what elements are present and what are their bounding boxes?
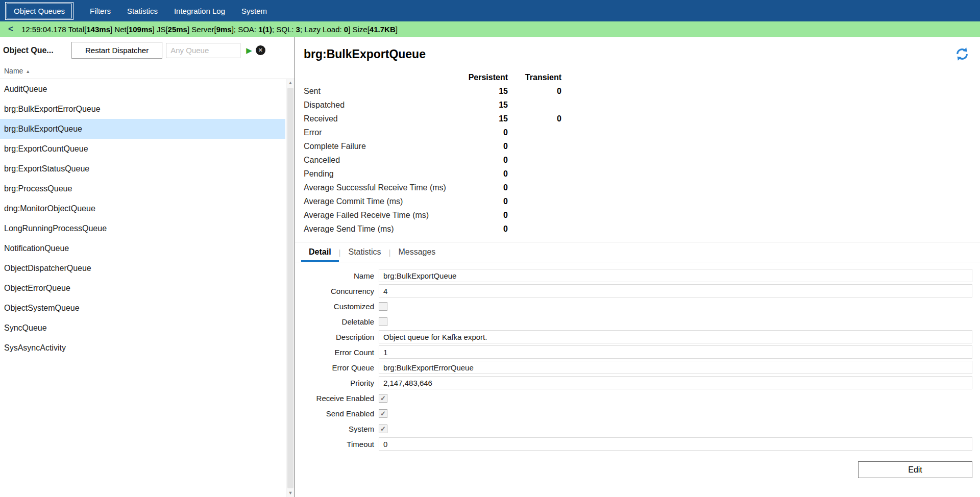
priority-field[interactable] [379, 376, 972, 389]
nav-tab-system[interactable]: System [236, 3, 273, 19]
nav-tab-object-queues[interactable]: Object Queues [5, 2, 74, 20]
status-part: 0 [344, 25, 348, 34]
customized-checkbox[interactable] [379, 302, 387, 311]
detail-tabs: Detail | Statistics | Messages [295, 242, 980, 262]
nav-tab-label: Object Queues [7, 4, 72, 18]
field-label: Concurrency [304, 287, 379, 295]
name-field[interactable] [379, 269, 972, 282]
form-row-receive-enabled: Receive Enabled [304, 390, 980, 406]
table-row: Average Failed Receive Time (ms) 0 [304, 208, 980, 222]
nav-tab-statistics[interactable]: Statistics [121, 3, 163, 19]
refresh-icon[interactable] [954, 46, 970, 64]
list-item[interactable]: brg:ExportCountQueue [0, 139, 285, 159]
form-row-customized: Customized [304, 299, 980, 314]
send-enabled-checkbox[interactable] [379, 409, 387, 418]
queue-search-input[interactable] [166, 43, 240, 58]
form-row-description: Description [304, 329, 980, 344]
list-item[interactable]: LongRunningProcessQueue [0, 218, 285, 238]
list-item[interactable]: brg:ExportStatusQueue [0, 159, 285, 179]
table-row: Complete Failure 0 [304, 139, 980, 153]
form-row-concurrency: Concurrency [304, 283, 980, 299]
back-chevron-icon[interactable]: < [4, 24, 21, 34]
form-row-name: Name [304, 268, 980, 283]
main-area: Object Que... Restart Dispatcher ▶ ✕ Nam… [0, 37, 980, 497]
list-item[interactable]: dng:MonitorObjectQueue [0, 198, 285, 218]
restart-dispatcher-button[interactable]: Restart Dispatcher [71, 42, 162, 59]
table-row: Average Send Time (ms) 0 [304, 222, 980, 236]
status-part: ; SQL: [272, 25, 296, 34]
list-item[interactable]: brg:BulkExportErrorQueue [0, 99, 285, 119]
form-row-send-enabled: Send Enabled [304, 406, 980, 421]
queue-stats-table: Persistent Transient Sent 15 0 Dispatche… [304, 70, 980, 236]
list-item[interactable]: SyncQueue [0, 318, 285, 338]
error-count-field[interactable] [379, 345, 972, 359]
column-header-label: Name [4, 67, 23, 75]
form-row-error-queue: Error Queue [304, 360, 980, 375]
scroll-down-icon[interactable]: ▼ [288, 491, 293, 495]
field-label: Receive Enabled [304, 394, 379, 403]
status-part: 12:59:04.178 Total[ [21, 25, 86, 34]
page-title: brg:BulkExportQueue [304, 47, 426, 61]
description-field[interactable] [379, 330, 972, 343]
tab-statistics[interactable]: Statistics [340, 242, 388, 262]
col-transient: Transient [508, 70, 561, 84]
nav-tab-integration-log[interactable]: Integration Log [168, 3, 231, 19]
app-window: Object Queues Filters Statistics Integra… [0, 0, 980, 497]
status-part: ] JS[ [153, 25, 168, 34]
deletable-checkbox[interactable] [379, 317, 387, 326]
table-row: Average Successful Receive Time (ms) 0 [304, 181, 980, 194]
table-row: Sent 15 0 [304, 84, 980, 98]
table-row: Error 0 [304, 126, 980, 139]
nav-tab-filters[interactable]: Filters [84, 3, 116, 19]
list-item[interactable]: NotificationQueue [0, 238, 285, 258]
system-checkbox[interactable] [379, 425, 387, 433]
field-label: Send Enabled [304, 409, 379, 418]
receive-enabled-checkbox[interactable] [379, 394, 387, 403]
status-part: ] [396, 25, 398, 34]
field-label: Error Queue [304, 363, 379, 372]
scrollbar-thumb[interactable] [287, 88, 293, 488]
list-item[interactable]: brg:ProcessQueue [0, 179, 285, 198]
column-header-name[interactable]: Name▲ [0, 62, 295, 79]
top-nav: Object Queues Filters Statistics Integra… [0, 0, 980, 21]
sort-ascending-icon: ▲ [26, 69, 30, 74]
field-label: Customized [304, 302, 379, 311]
list-item-selected[interactable]: brg:BulkExportQueue [0, 119, 285, 139]
status-part: 9ms [216, 25, 232, 34]
table-row: Received 15 0 [304, 112, 980, 126]
form-row-priority: Priority [304, 375, 980, 390]
field-label: Deletable [304, 317, 379, 326]
status-bar: < 12:59:04.178 Total[143ms] Net[109ms] J… [0, 21, 980, 37]
list-item[interactable]: ObjectErrorQueue [0, 278, 285, 298]
form-row-deletable: Deletable [304, 314, 980, 329]
queue-list-panel: Object Que... Restart Dispatcher ▶ ✕ Nam… [0, 37, 295, 497]
status-part: 1(1) [258, 25, 272, 34]
status-part: 3 [296, 25, 300, 34]
clear-circle-icon[interactable]: ✕ [256, 45, 265, 55]
list-item[interactable]: ObjectSystemQueue [0, 298, 285, 318]
field-label: Priority [304, 379, 379, 387]
detail-form: Name Concurrency Customized Deletable [304, 268, 980, 452]
status-part: ] Server[ [187, 25, 216, 34]
status-part: 109ms [129, 25, 153, 34]
tab-messages[interactable]: Messages [390, 242, 443, 262]
field-label: Name [304, 271, 379, 280]
vertical-scrollbar[interactable]: ▲ ▼ [286, 79, 295, 497]
edit-row: Edit [304, 461, 972, 478]
status-part: ] Size[ [348, 25, 370, 34]
scroll-up-icon[interactable]: ▲ [288, 81, 293, 85]
queue-detail-panel: brg:BulkExportQueue Persistent Transient [295, 37, 980, 497]
error-queue-field[interactable] [379, 361, 972, 374]
table-row: Dispatched 15 [304, 98, 980, 112]
list-item[interactable]: SysAsyncActivity [0, 338, 285, 358]
list-item[interactable]: ObjectDispatcherQueue [0, 258, 285, 278]
status-part: ] Net[ [110, 25, 129, 34]
edit-button[interactable]: Edit [858, 461, 972, 478]
concurrency-field[interactable] [379, 284, 972, 297]
tab-detail[interactable]: Detail [301, 242, 339, 262]
list-item[interactable]: AuditQueue [0, 79, 285, 99]
timeout-field[interactable] [379, 437, 972, 451]
panel-title: Object Que... [3, 46, 71, 55]
play-icon[interactable]: ▶ [246, 46, 252, 54]
status-part: 143ms [86, 25, 110, 34]
